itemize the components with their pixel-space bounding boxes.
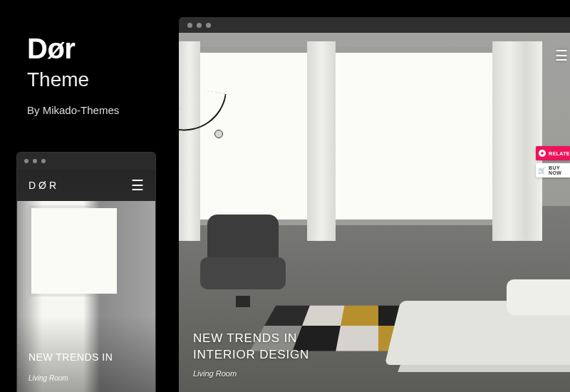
traffic-light-dot [41,159,46,163]
mobile-preview-frame: DØR ☰ NEW TRENDS IN Living Room [16,152,156,392]
hero-headline: NEW TRENDS IN [28,351,113,363]
traffic-light-dot [206,23,211,28]
related-label: RELATED [549,151,570,156]
hero-headline-line1: NEW TRENDS IN [193,331,297,345]
product-author-line: By Mikado-Themes [27,104,119,116]
traffic-light-dot [197,23,202,28]
bed [407,251,570,372]
room-window-right [325,47,503,225]
buy-now-button[interactable]: 🛒 BUY NOW [536,163,570,177]
armchair [200,215,286,300]
hero-category: Living Room [193,369,309,378]
related-button[interactable]: RELATED [536,146,570,160]
site-logo[interactable]: DØR [28,180,59,191]
buy-now-label: BUY NOW [549,165,566,175]
product-subtitle: Theme [27,68,119,91]
desktop-hero-text: NEW TRENDS IN INTERIOR DESIGN Living Roo… [193,331,309,378]
hero-category: Living Room [28,374,113,382]
traffic-light-dot [33,159,37,163]
curtain [307,41,336,241]
by-prefix: By [27,104,43,116]
hero-headline-line2: INTERIOR DESIGN [193,348,309,361]
desktop-browser-chrome [179,17,570,33]
cart-icon: 🛒 [539,167,546,174]
product-author[interactable]: Mikado-Themes [43,104,120,116]
product-title: Dør [27,34,119,63]
product-info: Dør Theme By Mikado-Themes [27,34,119,116]
mobile-hero-text: NEW TRENDS IN Living Room [28,351,113,382]
side-action-badges: RELATED 🛒 BUY NOW [536,146,570,177]
mobile-site-header: DØR ☰ [17,170,155,201]
hamburger-icon[interactable]: ☰ [131,178,144,192]
curtain [492,41,542,241]
hero-headline: NEW TRENDS IN INTERIOR DESIGN [193,331,309,363]
traffic-light-dot [24,159,28,163]
room-window [31,208,117,294]
traffic-light-dot [187,23,192,28]
hamburger-icon[interactable]: ☰ [555,48,568,63]
desktop-preview-frame: ☰ NEW TRENDS IN INTERIOR DESIGN Living R… [179,17,570,392]
floor-lamp [179,90,222,154]
mobile-viewport: DØR ☰ NEW TRENDS IN Living Room [17,170,155,392]
desktop-viewport: ☰ NEW TRENDS IN INTERIOR DESIGN Living R… [179,33,570,392]
related-icon [539,150,546,157]
mobile-browser-chrome [17,153,155,170]
